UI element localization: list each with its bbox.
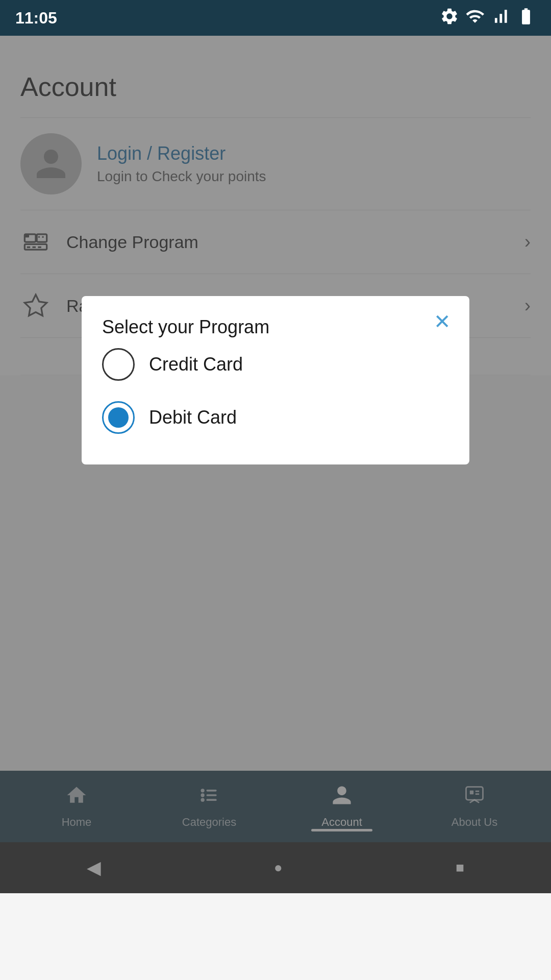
select-program-dialog: Select your Program ✕ Credit Card Debit …: [82, 296, 469, 464]
battery-icon: [516, 7, 536, 30]
credit-card-radio[interactable]: [102, 348, 135, 381]
settings-icon: [440, 7, 459, 30]
status-icons: [440, 7, 536, 30]
wifi-icon: [465, 7, 485, 30]
debit-card-label: Debit Card: [149, 407, 237, 428]
close-icon[interactable]: ✕: [434, 311, 451, 332]
signal-icon: [491, 7, 510, 30]
status-bar: 11:05: [0, 0, 551, 36]
debit-card-radio[interactable]: [102, 401, 135, 434]
credit-card-option[interactable]: Credit Card: [102, 338, 449, 391]
status-time: 11:05: [15, 9, 57, 28]
dialog-title: Select your Program: [102, 316, 290, 337]
credit-card-label: Credit Card: [149, 354, 243, 375]
modal-overlay[interactable]: Select your Program ✕ Credit Card Debit …: [0, 36, 551, 893]
debit-card-option[interactable]: Debit Card: [102, 391, 449, 444]
